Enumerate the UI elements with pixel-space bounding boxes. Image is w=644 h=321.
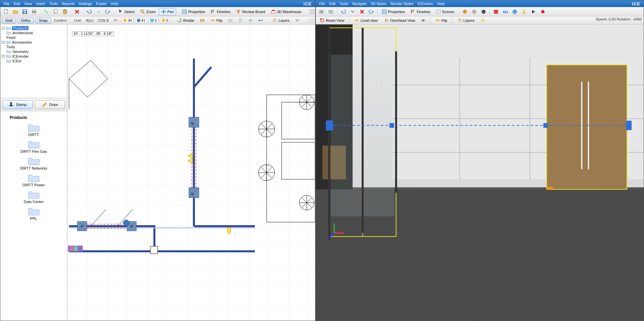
- overhead-view-button[interactable]: Overhead View: [381, 17, 418, 24]
- mirror-icon[interactable]: [198, 17, 207, 24]
- open-icon[interactable]: [11, 8, 20, 15]
- elevation-button[interactable]: Elevation: [306, 17, 315, 24]
- badge-a[interactable]: 34: [121, 18, 133, 23]
- currency-value[interactable]: CDN $: [96, 18, 110, 22]
- tab-stamp[interactable]: Stamp: [2, 100, 33, 109]
- globe-icon[interactable]: [510, 8, 519, 15]
- copy-icon[interactable]: [51, 8, 60, 15]
- person-icon[interactable]: [520, 8, 528, 15]
- snapshot-alt-icon[interactable]: [327, 8, 335, 15]
- redo3d-icon[interactable]: [367, 8, 376, 15]
- pan-tool[interactable]: Pan: [159, 8, 176, 15]
- badge-c[interactable]: 5: [148, 18, 158, 23]
- undo3d-dropdown-icon[interactable]: [348, 8, 357, 15]
- tree-architectural[interactable]: Architectural: [1, 30, 66, 35]
- menu-insert[interactable]: Insert: [34, 1, 47, 6]
- cube-color-icon[interactable]: [460, 8, 469, 15]
- delete-icon[interactable]: [73, 8, 81, 15]
- plan-canvas[interactable]: 63' - 1 11/32", -99' - 8 1/8": [67, 24, 315, 321]
- finishes3d-button[interactable]: Finishes: [408, 8, 433, 15]
- palette-dirtt-networks[interactable]: DIRTT Networks: [3, 156, 64, 170]
- properties3d-button[interactable]: Properties: [379, 8, 407, 15]
- tree-tools[interactable]: Tools: [1, 45, 66, 49]
- render-red-icon[interactable]: [492, 8, 500, 15]
- save-icon[interactable]: [20, 8, 29, 15]
- snap-toggle[interactable]: Snap: [35, 17, 51, 23]
- vr-icon[interactable]: [501, 8, 510, 15]
- undo3d-icon[interactable]: [339, 8, 348, 15]
- flip3d-button[interactable]: Flip: [433, 17, 450, 24]
- play-icon[interactable]: [529, 8, 538, 15]
- menu-file[interactable]: File: [2, 1, 12, 6]
- ortho-toggle[interactable]: Ortho: [17, 17, 34, 23]
- zoom-tool[interactable]: Zoom: [138, 8, 158, 15]
- print-icon[interactable]: [30, 8, 39, 15]
- badge-b[interactable]: 41: [135, 18, 147, 23]
- select-tool[interactable]: Select: [116, 8, 137, 15]
- align-icon[interactable]: [226, 17, 235, 24]
- palette-ppl[interactable]: PPL: [3, 206, 64, 220]
- cube-dark-icon[interactable]: [479, 8, 488, 15]
- tab-draw[interactable]: Draw: [35, 100, 65, 109]
- scenes-button[interactable]: Scenes: [433, 8, 457, 15]
- finishes-button[interactable]: Finishes: [208, 8, 233, 15]
- grid-toggle[interactable]: Grid: [2, 17, 16, 23]
- 3d-warehouse-button[interactable]: 3D Warehouse: [268, 8, 304, 15]
- redo-icon[interactable]: [103, 8, 112, 15]
- tree-accessories[interactable]: +Accessories: [1, 40, 66, 45]
- menu-view[interactable]: View: [22, 1, 34, 6]
- palette-data-center[interactable]: Data Center: [3, 190, 64, 204]
- menu-tools[interactable]: Tools: [47, 1, 60, 6]
- new-icon[interactable]: [2, 8, 10, 15]
- reset-view-button[interactable]: Reset View: [317, 17, 347, 24]
- palette-dirtt-power[interactable]: DIRTT Power: [3, 173, 64, 187]
- menu3d-edit[interactable]: Edit: [327, 1, 338, 6]
- distribute-icon[interactable]: [236, 17, 245, 24]
- tree-fixed[interactable]: Fixed: [1, 35, 66, 40]
- layers-dropdown-icon[interactable]: [293, 17, 302, 24]
- unit-value[interactable]: A(in): [84, 18, 95, 22]
- sun-icon[interactable]: [478, 17, 487, 24]
- delete3d-icon[interactable]: [358, 8, 366, 15]
- menu-help[interactable]: Help: [109, 1, 121, 6]
- properties-button[interactable]: Properties: [180, 8, 207, 15]
- tree-geometry[interactable]: Geometry: [1, 49, 66, 54]
- expand-icon[interactable]: +: [2, 41, 5, 44]
- badge-d[interactable]: 0: [160, 18, 170, 23]
- menu-settings[interactable]: Settings: [77, 1, 94, 6]
- menu3d-tools[interactable]: Tools: [338, 1, 350, 6]
- menu-edit[interactable]: Edit: [12, 1, 22, 6]
- menu-reports[interactable]: Reports: [60, 1, 77, 6]
- confirm-button[interactable]: Confirm: [53, 18, 68, 22]
- menu3d-help[interactable]: Help: [435, 1, 447, 6]
- layers3d-button[interactable]: Layers: [455, 17, 477, 24]
- snapshot-icon[interactable]: [317, 8, 326, 15]
- tree-icevr[interactable]: ICEvr: [1, 59, 66, 63]
- undo-dropdown-icon[interactable]: [94, 8, 103, 15]
- center-icon[interactable]: [246, 17, 255, 24]
- undo-icon[interactable]: [85, 8, 93, 15]
- tree-products[interactable]: −Products: [1, 26, 66, 30]
- rotate-tool[interactable]: Rotate: [174, 17, 196, 24]
- record-icon[interactable]: [539, 8, 547, 15]
- cube-gray-icon[interactable]: [470, 8, 479, 15]
- menu3d-3dstyles[interactable]: 3D Styles: [369, 1, 388, 6]
- layers-button[interactable]: Layers: [270, 17, 292, 24]
- tree-icerender[interactable]: +ICErender: [1, 54, 66, 59]
- orbit-icon[interactable]: [419, 17, 428, 24]
- link-icon[interactable]: [42, 8, 51, 15]
- palette-dirtt[interactable]: DIRTT: [3, 123, 64, 137]
- viewport-3d[interactable]: [316, 24, 644, 321]
- expand-icon[interactable]: +: [2, 55, 5, 58]
- menu3d-file[interactable]: File: [317, 1, 327, 6]
- menu-expert[interactable]: Expert: [94, 1, 109, 6]
- collapse-icon[interactable]: −: [2, 27, 5, 30]
- endpoint-icon[interactable]: [256, 17, 265, 24]
- menu3d-renderstyles[interactable]: Render Styles: [388, 1, 416, 6]
- flip-tool[interactable]: Flip: [208, 17, 225, 24]
- menu3d-icevision[interactable]: ICEvision: [416, 1, 435, 6]
- currency-dropdown-icon[interactable]: [111, 17, 120, 24]
- palette-dirtt-flex-gas[interactable]: DIRTT Flex Gas: [3, 139, 64, 153]
- level-view-button[interactable]: Level view: [352, 17, 380, 24]
- paste-icon[interactable]: [61, 8, 69, 15]
